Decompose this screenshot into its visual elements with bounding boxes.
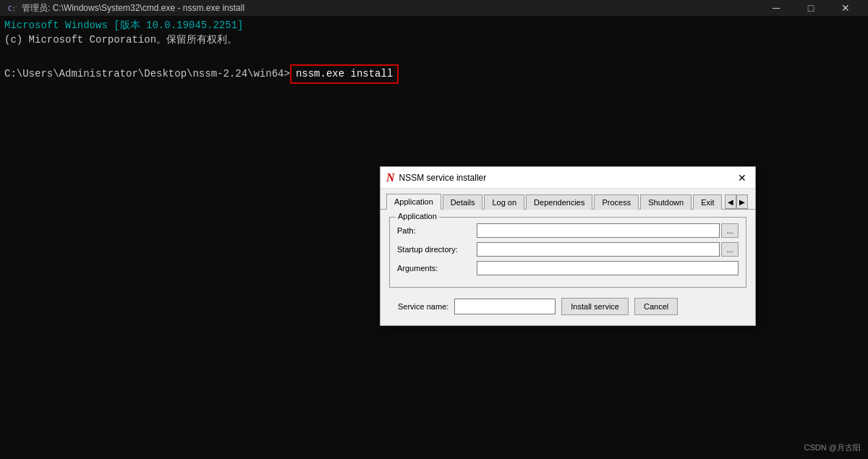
window-controls: ─ □ ✕ xyxy=(760,0,862,16)
arguments-input[interactable] xyxy=(477,261,739,275)
minimize-button[interactable]: ─ xyxy=(760,0,793,16)
svg-text:C:\: C:\ xyxy=(8,5,17,12)
tab-bar: Application Details Log on Dependencies … xyxy=(380,189,755,210)
watermark: CSDN @月古阳 xyxy=(804,442,861,453)
tab-shutdown[interactable]: Shutdown xyxy=(640,194,692,210)
dialog-titlebar: N NSSM service installer ✕ xyxy=(380,167,755,189)
tab-next-button[interactable]: ▶ xyxy=(736,194,748,209)
dialog-close-button[interactable]: ✕ xyxy=(735,171,749,185)
startup-browse-button[interactable]: ... xyxy=(721,242,739,257)
terminal-line2: (c) Microsoft Corporation。保留所有权利。 xyxy=(4,33,864,48)
arguments-label: Arguments: xyxy=(397,264,477,273)
cancel-button[interactable]: Cancel xyxy=(634,298,678,315)
dialog-title: NSSM service installer xyxy=(399,173,487,183)
cmd-command: nssm.exe install xyxy=(290,64,399,85)
maximize-button[interactable]: □ xyxy=(794,0,827,16)
nssm-dialog: N NSSM service installer ✕ Application D… xyxy=(380,166,756,383)
path-browse-button[interactable]: ... xyxy=(721,223,739,238)
group-label: Application xyxy=(396,212,439,220)
path-row: Path: ... xyxy=(397,223,739,238)
window-title: 管理员: C:\Windows\System32\cmd.exe - nssm.… xyxy=(22,2,244,14)
service-name-input[interactable] xyxy=(454,299,556,314)
cmd-icon: C:\ xyxy=(6,2,17,14)
terminal-line1: Microsoft Windows [版本 10.0.19045.2251] xyxy=(4,19,864,33)
tab-exit[interactable]: Exit xyxy=(693,194,722,210)
service-name-row: Service name: Install service Cancel xyxy=(389,295,746,318)
tab-application[interactable]: Application xyxy=(386,194,441,210)
title-bar: C:\ 管理员: C:\Windows\System32\cmd.exe - n… xyxy=(0,0,868,16)
terminal-cmd-line: C:\Users\Administrator\Desktop\nssm-2.24… xyxy=(4,64,864,85)
terminal-content: Microsoft Windows [版本 10.0.19045.2251] (… xyxy=(0,16,868,87)
cmd-prompt: C:\Users\Administrator\Desktop\nssm-2.24… xyxy=(4,67,290,82)
install-service-button[interactable]: Install service xyxy=(561,298,629,315)
startup-label: Startup directory: xyxy=(397,245,477,254)
tab-dependencies[interactable]: Dependencies xyxy=(526,194,592,210)
path-label: Path: xyxy=(397,226,477,235)
nssm-logo: N xyxy=(386,171,395,184)
startup-input[interactable] xyxy=(477,242,720,257)
tab-prev-button[interactable]: ◀ xyxy=(725,194,736,209)
arguments-row: Arguments: xyxy=(397,261,739,275)
tab-details[interactable]: Details xyxy=(443,194,483,210)
dialog-body: Application Path: ... Startup directory:… xyxy=(380,210,755,325)
dialog-window: N NSSM service installer ✕ Application D… xyxy=(380,166,756,326)
path-input[interactable] xyxy=(477,223,720,238)
tab-logon[interactable]: Log on xyxy=(484,194,524,210)
service-name-label: Service name: xyxy=(398,302,448,311)
tab-process[interactable]: Process xyxy=(594,194,639,210)
startup-row: Startup directory: ... xyxy=(397,242,739,257)
terminal-window: C:\ 管理员: C:\Windows\System32\cmd.exe - n… xyxy=(0,0,868,459)
close-button[interactable]: ✕ xyxy=(829,0,862,16)
tab-navigation: ◀ ▶ xyxy=(725,194,748,209)
application-group: Application Path: ... Startup directory:… xyxy=(389,217,746,288)
